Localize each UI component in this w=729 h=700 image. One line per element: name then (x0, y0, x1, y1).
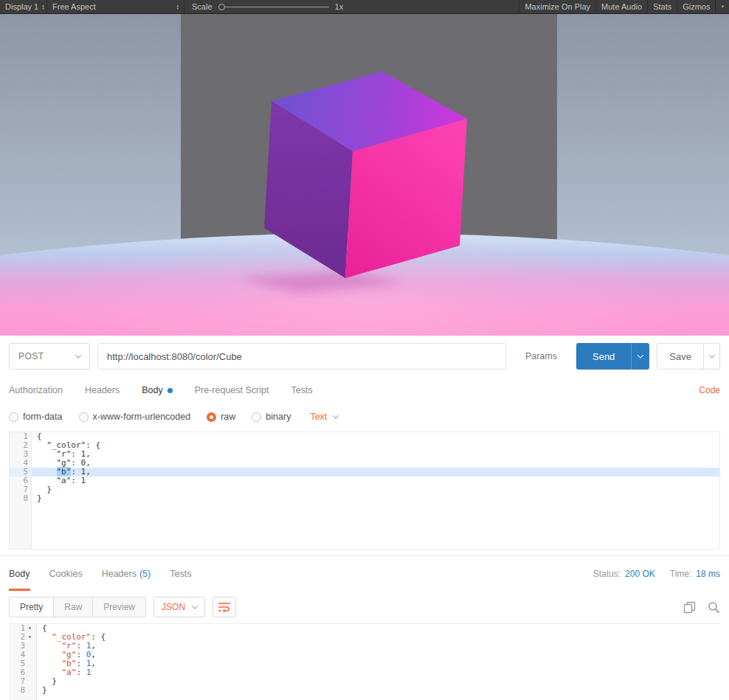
code-line-7: 7 } (9, 677, 720, 686)
code-text: "g": 0, (32, 459, 719, 468)
mode-label: binary (266, 412, 291, 422)
chevron-down-icon: ▾ (721, 4, 724, 10)
send-button[interactable]: Send (576, 343, 631, 370)
aspect-label: Free Aspect (52, 2, 96, 11)
request-tabs: AuthorizationHeadersBodyPre-request Scri… (9, 385, 335, 395)
response-tab-tests[interactable]: Tests (170, 556, 191, 591)
request-tab-tests[interactable]: Tests (291, 385, 312, 395)
copy-button[interactable] (683, 601, 696, 614)
mute-label: Mute Audio (601, 2, 642, 11)
chevron-down-icon (192, 603, 198, 609)
radio-icon (79, 412, 89, 422)
copy-icon (683, 601, 696, 614)
fold-caret-icon[interactable]: ▾ (27, 633, 33, 642)
line-number: 2 (10, 441, 32, 450)
code-line-2: 2 "_color": { (10, 441, 719, 450)
request-editor-lines: 1{2 "_color": {3 "r": 1,4 "g": 0,5 "b": … (10, 432, 719, 503)
fold-caret-icon[interactable]: ▾ (27, 624, 33, 633)
view-tab-pretty[interactable]: Pretty (9, 597, 53, 617)
body-mode-form-data[interactable]: form-data (9, 412, 63, 422)
code-line-6: 6 "a": 1 (10, 477, 719, 485)
request-tab-headers[interactable]: Headers (85, 385, 120, 395)
save-options-caret[interactable] (704, 343, 720, 370)
radio-icon (207, 412, 216, 422)
code-line-3: 3 "r": 1, (9, 642, 720, 651)
gizmos-dropdown-caret[interactable]: ▾ (715, 0, 729, 13)
response-format-select[interactable]: JSON (153, 597, 205, 617)
code-link[interactable]: Code (699, 385, 720, 395)
request-tab-pre-request-script[interactable]: Pre-request Script (195, 385, 269, 395)
url-input[interactable] (97, 343, 506, 370)
updown-arrows-icon: ▴▾ (42, 4, 44, 10)
tab-label: Pre-request Script (195, 385, 269, 395)
code-text: "_color": { (32, 441, 719, 450)
code-text: "b": 1, (37, 659, 720, 668)
code-line-2: 2▾ "_color": { (9, 633, 720, 642)
tab-label: Headers (85, 385, 120, 395)
display-label: Display 1 (5, 2, 38, 11)
game-view[interactable] (0, 14, 729, 336)
code-line-7: 7 } (10, 485, 719, 494)
unity-game-toolbar: Display 1 ▴▾ Free Aspect ▴▾ Scale 1x Max… (0, 0, 729, 14)
request-tab-authorization[interactable]: Authorization (9, 385, 63, 395)
code-text: } (37, 686, 720, 695)
code-text: { (37, 624, 720, 633)
time-label: Time: (670, 569, 692, 579)
chevron-down-icon (333, 412, 339, 418)
request-tabs-row: AuthorizationHeadersBodyPre-request Scri… (0, 377, 729, 403)
status-label: Status: (593, 569, 621, 579)
code-line-6: 6 "a": 1 (9, 668, 720, 677)
chevron-down-icon (638, 352, 643, 358)
maximize-label: Maximize On Play (525, 2, 590, 11)
body-mode-x-www-form-urlencoded[interactable]: x-www-form-urlencoded (79, 412, 191, 422)
response-format-label: JSON (162, 602, 185, 612)
code-line-1: 1▾{ (9, 624, 720, 633)
gizmos-button[interactable]: Gizmos (677, 0, 715, 13)
response-view-row: PrettyRawPreview JSON (0, 591, 729, 623)
request-body-editor[interactable]: 1{2 "_color": {3 "r": 1,4 "g": 0,5 "b": … (9, 432, 720, 550)
code-line-8: 8} (10, 494, 719, 503)
line-number: 3 (10, 450, 32, 459)
postman-panel: POST Params Send Save AuthorizationHeade… (0, 336, 729, 700)
line-number: 4 (10, 459, 32, 468)
response-tab-headers[interactable]: Headers(5) (102, 556, 151, 591)
tab-label: Body (142, 385, 163, 395)
mute-audio-button[interactable]: Mute Audio (595, 0, 647, 13)
search-icon (708, 601, 720, 614)
params-button[interactable]: Params (514, 351, 569, 361)
body-mode-binary[interactable]: binary (252, 412, 291, 422)
line-number: 1 (10, 432, 32, 441)
code-line-4: 4 "g": 0, (9, 651, 720, 659)
game-scene (0, 14, 729, 336)
status-value: 200 OK (625, 569, 655, 579)
scale-slider-knob[interactable] (218, 4, 225, 10)
response-editor-actions (683, 601, 720, 614)
stats-button[interactable]: Stats (647, 0, 677, 13)
radio-icon (252, 412, 261, 422)
raw-format-select[interactable]: Text (310, 412, 338, 422)
raw-format-label: Text (310, 412, 327, 422)
response-tab-body[interactable]: Body (9, 556, 30, 591)
aspect-selector[interactable]: Free Aspect ▴▾ (47, 0, 184, 13)
search-button[interactable] (708, 601, 720, 614)
method-select[interactable]: POST (9, 343, 90, 370)
line-number: 8 (9, 686, 37, 695)
scale-label: Scale (192, 2, 213, 11)
body-mode-raw[interactable]: raw (207, 412, 235, 422)
view-tab-preview[interactable]: Preview (92, 597, 146, 617)
response-tab-cookies[interactable]: Cookies (49, 556, 83, 591)
display-selector[interactable]: Display 1 ▴▾ (0, 0, 47, 13)
save-button[interactable]: Save (657, 343, 704, 370)
scale-control: Scale 1x (184, 0, 350, 13)
view-tab-raw[interactable]: Raw (53, 597, 92, 617)
scale-slider[interactable] (218, 4, 329, 10)
code-line-5: 5 "b": 1, (9, 659, 720, 668)
response-body-editor[interactable]: 1▾{2▾ "_color": {3 "r": 1,4 "g": 0,5 "b"… (9, 623, 720, 700)
request-tab-body[interactable]: Body (142, 385, 173, 395)
maximize-on-play-button[interactable]: Maximize On Play (519, 0, 595, 13)
chevron-down-icon (708, 352, 714, 358)
wrap-text-button[interactable] (213, 597, 236, 617)
send-options-caret[interactable] (631, 343, 649, 370)
response-status: Status: 200 OK Time: 18 ms (593, 569, 720, 579)
send-button-group: Send (576, 343, 649, 370)
